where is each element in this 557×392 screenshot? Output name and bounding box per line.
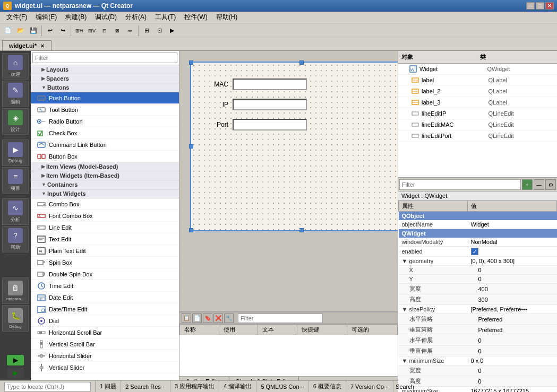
bottom-tool5[interactable]: 🔧 — [224, 313, 234, 323]
status-overview[interactable]: 6 概要信息 — [309, 381, 346, 392]
group-buttons[interactable]: ▼ Buttons — [31, 83, 179, 92]
prop-filter-settings[interactable]: ⚙ — [545, 179, 556, 190]
widget-spin-box[interactable]: Spin Box — [31, 257, 179, 268]
prop-filter-add[interactable]: + — [522, 179, 533, 190]
prop-sizepolicy-hpolicy[interactable]: 水平策略 Preferred — [399, 314, 557, 325]
widget-command-link-button[interactable]: Command Link Button — [31, 139, 179, 151]
toolbar-save[interactable]: 💾 — [28, 25, 39, 37]
widget-plain-text-edit[interactable]: AI Plain Text Edit — [31, 245, 179, 257]
widget-check-box[interactable]: Check Box — [31, 127, 179, 139]
menu-build[interactable]: 构建(B) — [61, 12, 91, 23]
widget-filter-input[interactable] — [32, 53, 177, 63]
tab-action-editor[interactable]: Action Editor — [179, 377, 229, 380]
tab-widget-ui[interactable]: widget.ui* ✕ — [2, 40, 52, 50]
left-tool-help[interactable]: ? 帮助 — [2, 226, 29, 252]
prop-objectname[interactable]: objectName Widget — [399, 220, 557, 229]
widget-tool-button[interactable]: 🔧 Tool Button — [31, 104, 179, 116]
prop-minsize-width[interactable]: 宽度 0 — [399, 365, 557, 376]
group-spacers[interactable]: ▶ Spacers — [31, 74, 179, 83]
group-item-widgets[interactable]: ▶ Item Widgets (Item-Based) — [31, 171, 179, 180]
widget-text-edit[interactable]: Text Edit — [31, 233, 179, 245]
locator-input[interactable] — [4, 382, 91, 391]
widget-dial[interactable]: Dial — [31, 315, 179, 327]
obj-label3[interactable]: label_3 QLabel — [398, 97, 557, 108]
prop-sizepolicy[interactable]: ▼ sizePolicy [Preferred, Preferre••• — [399, 305, 557, 314]
obj-line-edit-ip[interactable]: lineEditIP QLineEdit — [398, 108, 557, 119]
widget-time-edit[interactable]: Time Edit — [31, 280, 179, 292]
menu-tools[interactable]: 工具(T) — [151, 12, 180, 23]
toolbar-layout-v[interactable]: ⊞V — [86, 25, 98, 37]
menu-debug[interactable]: 调试(D) — [91, 12, 121, 23]
toolbar-layout-grid[interactable]: ⊟ — [99, 25, 110, 37]
menu-edit[interactable]: 编辑(E) — [31, 12, 61, 23]
status-search-results[interactable]: 2 Search Res··· — [121, 381, 170, 392]
menu-widgets[interactable]: 控件(W) — [180, 12, 211, 23]
widget-datetime-edit[interactable]: Date/Time Edit — [31, 303, 179, 315]
maximize-button[interactable]: □ — [536, 2, 544, 10]
left-tool-debug2[interactable]: 🐛 Debug — [2, 305, 29, 332]
menu-analyze[interactable]: 分析(A) — [121, 12, 151, 23]
prop-sizepolicy-vpolicy[interactable]: 垂直策略 Preferred — [399, 325, 557, 335]
left-tool-project[interactable]: ≡ 项目 — [2, 167, 29, 194]
widget-combo-box[interactable]: Combo Box — [31, 198, 179, 210]
toolbar-undo[interactable]: ↩ — [44, 25, 56, 37]
toolbar-adjust-size[interactable]: ⇔ — [124, 25, 136, 37]
toolbar-redo[interactable]: ↪ — [57, 25, 68, 37]
prop-geometry-height[interactable]: 高度 300 — [399, 294, 557, 305]
left-tool-welcome[interactable]: ⌂ 欢迎 — [2, 53, 29, 80]
status-version-control[interactable]: 7 Version Co··· — [346, 381, 393, 392]
left-tool-design[interactable]: ◈ 设计 — [2, 108, 29, 135]
canvas-area[interactable]: MAC IP Port — [179, 51, 398, 311]
status-qml-js[interactable]: 5 QML/JS Con··· — [256, 381, 309, 392]
minimize-button[interactable]: — — [526, 2, 535, 10]
property-filter-input[interactable] — [399, 179, 521, 190]
status-compile-output[interactable]: 4 编译输出 — [219, 381, 256, 392]
widget-button-box[interactable]: Button Box — [31, 151, 179, 162]
obj-label[interactable]: label QLabel — [398, 75, 557, 86]
prop-sizepolicy-vstretch[interactable]: 垂直伸展 0 — [399, 346, 557, 356]
prop-filter-remove[interactable]: — — [534, 179, 544, 190]
widget-font-combo-box[interactable]: A Font Combo Box — [31, 210, 179, 222]
bottom-tool1[interactable]: 📋 — [182, 313, 191, 323]
widget-push-button[interactable]: OK Push Button — [31, 92, 179, 104]
enabled-checkbox[interactable]: ✓ — [471, 248, 478, 255]
bottom-filter-input[interactable] — [238, 313, 323, 323]
left-tool-debug[interactable]: ▶ Debug — [2, 140, 29, 166]
widget-horizontal-slider[interactable]: Horizontal Slider — [31, 350, 179, 362]
toolbar-break-layout[interactable]: ⊠ — [112, 25, 123, 37]
bottom-tool3[interactable]: 🔖 — [203, 313, 212, 323]
prop-sizepolicy-hstretch[interactable]: 水平伸展 0 — [399, 335, 557, 346]
group-input-widgets[interactable]: ▼ Input Widgets — [31, 189, 179, 198]
toolbar-grid[interactable]: ⊞ — [141, 25, 152, 37]
prop-geometry[interactable]: ▼ geometry [0, 0), 400 x 300] — [399, 257, 557, 266]
toolbar-layout-h[interactable]: ⊞H — [73, 25, 85, 37]
widget-line-edit[interactable]: Line Edit — [31, 222, 179, 233]
left-tool-netpara[interactable]: 🖥 netpara... — [2, 277, 29, 304]
status-app-output[interactable]: 3 应用程序输出 — [170, 381, 219, 392]
prop-windowmodality[interactable]: windowModality NonModal — [399, 238, 557, 247]
obj-label2[interactable]: label_2 QLabel — [398, 86, 557, 97]
prop-geometry-y[interactable]: Y 0 — [399, 275, 557, 284]
group-containers[interactable]: ▼ Containers — [31, 180, 179, 189]
prop-enabled[interactable]: enabled ✓ — [399, 247, 557, 257]
toolbar-snap[interactable]: ⊡ — [153, 25, 165, 37]
prop-geometry-width[interactable]: 宽度 400 — [399, 284, 557, 294]
run-button[interactable]: ▶ — [7, 355, 24, 365]
group-item-views[interactable]: ▶ Item Views (Model-Based) — [31, 162, 179, 171]
widget-horizontal-scroll-bar[interactable]: Horizontal Scroll Bar — [31, 327, 179, 338]
obj-widget[interactable]: W Widget QWidget — [398, 64, 557, 75]
obj-line-edit-port[interactable]: lineEditPort QLineEdit — [398, 130, 557, 142]
obj-line-edit-mac[interactable]: lineEditMAC QLineEdit — [398, 119, 557, 130]
status-problems[interactable]: 1 问题 — [96, 381, 121, 392]
toolbar-open[interactable]: 📂 — [15, 25, 27, 37]
tab-close-icon[interactable]: ✕ — [40, 43, 45, 49]
widget-radio-button[interactable]: Radio Button — [31, 116, 179, 127]
bottom-tool2[interactable]: 📄 — [192, 313, 202, 323]
tab-signals-slots[interactable]: Signals & Slots Editor — [229, 377, 299, 380]
run-debug-button[interactable]: ▶ — [7, 368, 24, 378]
left-tool-edit[interactable]: ✎ 编辑 — [2, 81, 29, 107]
menu-file[interactable]: 文件(F) — [2, 12, 31, 23]
prop-minsize[interactable]: ▼ minimumSize 0 x 0 — [399, 356, 557, 365]
geometry-expand[interactable]: ▼ — [402, 258, 409, 264]
toolbar-new[interactable]: 📄 — [2, 25, 14, 37]
